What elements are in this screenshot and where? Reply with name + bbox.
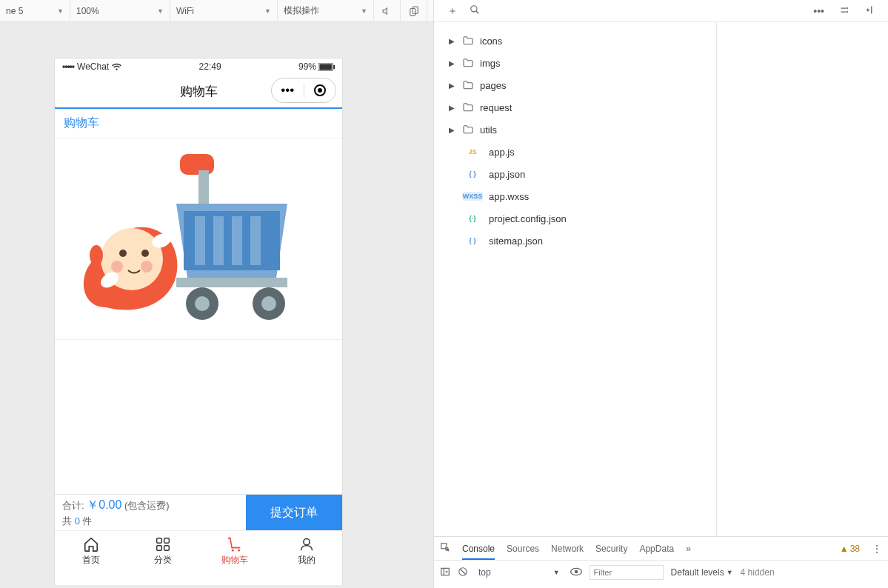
svg-point-31 — [471, 6, 477, 12]
battery-label: 99% — [298, 61, 316, 72]
hidden-count: 4 hidden — [741, 567, 775, 578]
cart-summary-bar: 合计: ￥0.00 (包含运费) 共 0 件 提交订单 — [55, 494, 342, 530]
svg-rect-11 — [250, 216, 261, 265]
console-tab-console[interactable]: Console — [462, 544, 495, 560]
home-icon — [83, 536, 99, 552]
submit-order-button[interactable]: 提交订单 — [246, 495, 342, 530]
simulator-area: ••••• WeChat 22:49 99% 购物车 ••• 购物车 — [0, 22, 433, 588]
user-icon — [299, 536, 314, 552]
cart-section-title: 购物车 — [55, 107, 342, 138]
status-bar: ••••• WeChat 22:49 99% — [55, 59, 342, 75]
svg-rect-4 — [333, 64, 335, 69]
live-expr-icon[interactable] — [570, 567, 582, 578]
console-panel: Console Sources Network Security AppData… — [433, 536, 888, 588]
console-toolbar: top▼ Default levels ▼ 4 hidden — [434, 561, 888, 584]
chevron-down-icon: ▼ — [361, 7, 367, 15]
empty-cart-illustration — [55, 138, 342, 340]
svg-point-13 — [195, 296, 210, 311]
svg-rect-3 — [319, 64, 332, 70]
clock-label: 22:49 — [199, 61, 221, 72]
search-button[interactable] — [470, 4, 480, 17]
console-tabs: Console Sources Network Security AppData… — [434, 537, 888, 561]
collapse-icon[interactable] — [865, 4, 876, 18]
mute-button[interactable] — [374, 0, 401, 21]
filetype-icon: WXSS — [462, 192, 483, 201]
chevron-right-icon: ▶ — [449, 37, 456, 45]
more-button[interactable]: ••• — [813, 5, 824, 17]
console-tab-sources[interactable]: Sources — [507, 544, 539, 554]
shipping-note: (包含运费) — [124, 500, 170, 511]
target-icon — [314, 84, 326, 96]
svg-point-17 — [119, 250, 127, 257]
warning-count[interactable]: ▲ 38 — [840, 544, 860, 554]
svg-point-15 — [261, 296, 276, 311]
cart-icon — [227, 536, 243, 552]
svg-rect-26 — [156, 545, 161, 550]
filetype-icon: {·} — [462, 214, 483, 223]
tab-bar: 首页 分类 购物车 我的 — [55, 530, 342, 571]
svg-point-19 — [111, 261, 123, 273]
chevron-right-icon: ▶ — [449, 126, 456, 134]
filetype-icon: JS — [462, 147, 483, 156]
item-count: 0 — [75, 515, 80, 527]
zoom-select[interactable]: 100%▼ — [70, 0, 170, 21]
console-menu-icon[interactable]: ⋮ — [872, 543, 882, 555]
svg-rect-25 — [164, 538, 169, 543]
inspect-icon[interactable] — [440, 542, 450, 555]
tab-cart[interactable]: 购物车 — [198, 531, 270, 571]
device-select[interactable]: ne 5▼ — [0, 0, 70, 21]
simulate-select[interactable]: 模拟操作▼ — [278, 0, 374, 21]
console-tab-appdata[interactable]: AppData — [639, 544, 674, 554]
devtools-toolbar: ＋ ••• — [434, 0, 888, 22]
svg-point-36 — [574, 570, 578, 574]
filetype-icon: { } — [462, 236, 483, 245]
log-levels-select[interactable]: Default levels ▼ — [671, 567, 733, 578]
svg-rect-27 — [164, 545, 169, 550]
carrier-label: WeChat — [77, 61, 109, 72]
tab-category[interactable]: 分类 — [127, 531, 198, 571]
rotate-button[interactable] — [401, 0, 427, 21]
capsule-menu: ••• — [271, 78, 336, 103]
svg-rect-6 — [198, 170, 209, 207]
network-select[interactable]: WiFi▼ — [170, 0, 278, 21]
settings-icon[interactable] — [839, 4, 850, 18]
svg-point-23 — [90, 245, 103, 266]
svg-rect-8 — [195, 216, 205, 265]
tab-profile[interactable]: 我的 — [270, 531, 342, 571]
clear-console-icon[interactable] — [458, 567, 468, 579]
console-sidebar-icon[interactable] — [440, 567, 450, 579]
capsule-close-button[interactable] — [304, 84, 336, 96]
filetype-icon: { } — [462, 170, 483, 178]
chevron-down-icon: ▼ — [157, 7, 164, 15]
chevron-right-icon: ▶ — [449, 81, 456, 90]
dev-right-column — [716, 22, 888, 536]
chevron-down-icon: ▼ — [57, 7, 64, 15]
capsule-more-button[interactable]: ••• — [272, 83, 304, 98]
svg-point-30 — [303, 538, 309, 544]
console-tab-more[interactable]: » — [686, 544, 691, 554]
console-tab-security[interactable]: Security — [595, 544, 627, 554]
chevron-right-icon: ▶ — [449, 104, 456, 112]
chevron-down-icon: ▼ — [264, 7, 271, 15]
tab-home[interactable]: 首页 — [55, 531, 127, 571]
page-title: 购物车 — [180, 83, 218, 100]
svg-point-18 — [141, 250, 149, 257]
signal-icon: ••••• — [62, 61, 74, 72]
wifi-icon — [112, 63, 121, 70]
page-header: 购物车 ••• — [55, 75, 342, 107]
svg-rect-10 — [232, 216, 242, 265]
battery-icon — [318, 63, 335, 71]
devtools-panel: ＋ ••• ▶icons▶imgs▶pages▶request▶utilsJSa… — [433, 0, 888, 536]
svg-point-29 — [238, 549, 240, 551]
grid-icon — [156, 536, 170, 552]
svg-rect-9 — [213, 216, 224, 265]
console-tab-network[interactable]: Network — [551, 544, 584, 554]
svg-point-28 — [231, 549, 233, 551]
context-select[interactable]: top▼ — [475, 567, 563, 578]
filter-input[interactable] — [590, 565, 664, 580]
svg-point-20 — [141, 261, 153, 273]
total-label: 合计: — [62, 500, 84, 511]
chevron-right-icon: ▶ — [449, 59, 456, 67]
svg-rect-5 — [180, 154, 214, 175]
add-button[interactable]: ＋ — [447, 4, 458, 18]
